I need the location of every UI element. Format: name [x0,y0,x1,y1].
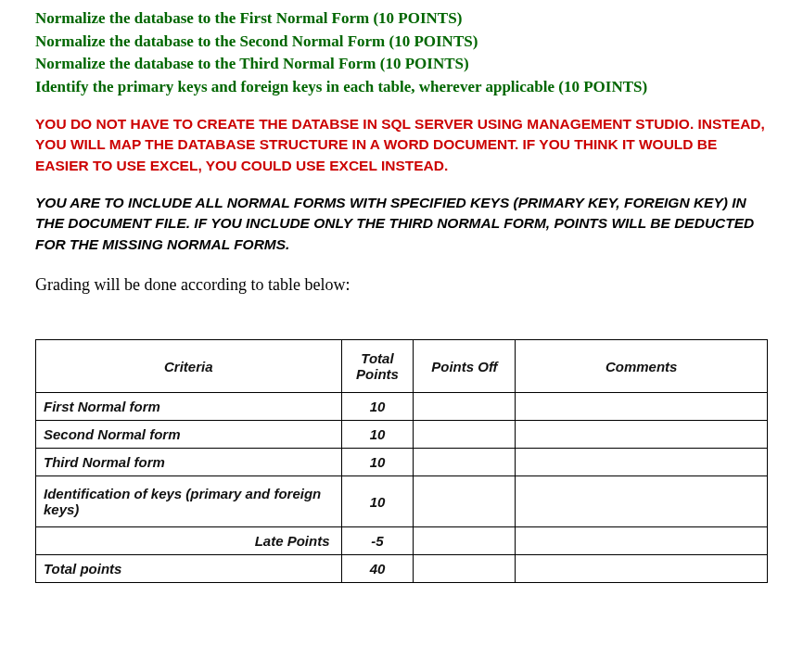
cell-criteria: Second Normal form [36,421,342,449]
red-warning-note: YOU DO NOT HAVE TO CREATE THE DATABSE IN… [35,114,768,176]
cell-total-points: 10 [341,476,414,527]
grading-intro-line: Grading will be done according to table … [35,275,768,295]
cell-points-off [414,449,516,476]
table-row: Second Normal form 10 [36,421,768,449]
grading-table: Criteria Total Points Points Off Comment… [35,339,768,583]
cell-comments [516,393,768,421]
bullet-4: Identify the primary keys and foreign ke… [35,76,768,99]
cell-points-off [414,527,516,555]
cell-comments [516,527,768,555]
cell-points-off [414,393,516,421]
document-page: Normalize the database to the First Norm… [0,0,803,672]
cell-total-points: 40 [341,555,414,583]
cell-total-points: -5 [341,527,414,555]
cell-total-points: 10 [341,421,414,449]
bullet-3: Normalize the database to the Third Norm… [35,53,768,76]
table-row: Identification of keys (primary and fore… [36,476,768,527]
table-row: Late Points -5 [36,527,768,555]
header-total-points: Total Points [341,340,414,393]
cell-total-points: 10 [341,393,414,421]
header-criteria: Criteria [36,340,342,393]
cell-comments [516,421,768,449]
bullet-2: Normalize the database to the Second Nor… [35,31,768,54]
cell-comments [516,476,768,527]
green-bullet-list: Normalize the database to the First Norm… [35,7,768,99]
cell-criteria-total: Total points [36,555,342,583]
cell-total-points: 10 [341,449,414,476]
bullet-1: Normalize the database to the First Norm… [35,7,768,31]
header-points-off: Points Off [414,340,516,393]
header-comments: Comments [516,340,768,393]
cell-criteria-late: Late Points [36,527,342,555]
cell-comments [516,555,768,583]
cell-points-off [414,421,516,449]
cell-points-off [414,476,516,527]
table-header-row: Criteria Total Points Points Off Comment… [36,340,768,393]
table-row: First Normal form 10 [36,393,768,421]
cell-comments [516,449,768,476]
table-row: Third Normal form 10 [36,449,768,476]
black-emphasis-note: YOU ARE TO INCLUDE ALL NORMAL FORMS WITH… [35,193,768,255]
cell-criteria: Identification of keys (primary and fore… [36,476,342,527]
cell-criteria: First Normal form [36,393,342,421]
cell-criteria: Third Normal form [36,449,342,476]
table-row: Total points 40 [36,555,768,583]
cell-points-off [414,555,516,583]
